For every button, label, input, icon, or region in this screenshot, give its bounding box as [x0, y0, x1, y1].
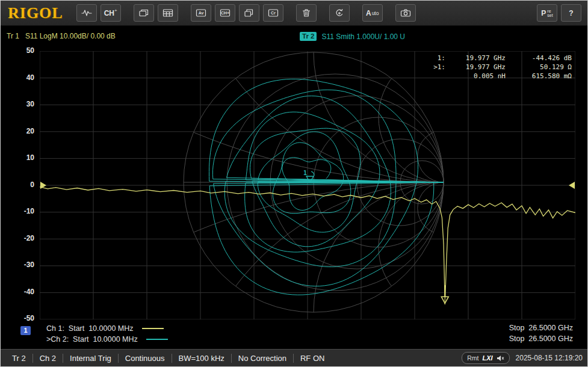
status-rf[interactable]: RF ON: [293, 354, 331, 363]
touch-button[interactable]: [329, 4, 350, 22]
marker-id: 1:: [429, 54, 445, 63]
datetime: 2025-08-15 12:19:20: [516, 354, 583, 362]
table-button[interactable]: [158, 4, 178, 22]
y-axis-tick: 10: [9, 153, 34, 162]
toolbar: RIGOL CH+ Av: [1, 1, 587, 26]
speaker-muted-icon[interactable]: [497, 355, 504, 362]
waveform-icon: [81, 8, 92, 17]
tr1-ref-marker-right[interactable]: [569, 182, 575, 189]
svg-text:1: 1: [303, 170, 307, 176]
remote-label: Rmt: [467, 354, 478, 362]
y-axis-tick: 20: [9, 127, 34, 135]
channel-2-info[interactable]: >Ch 2: Start 10.0000 MHz: [46, 335, 168, 344]
tr2-line-sample: [146, 339, 168, 340]
copy-icon: [244, 8, 255, 17]
help-label: ?: [569, 9, 573, 17]
status-active-trace[interactable]: Tr 2: [5, 354, 32, 363]
y-axis-tick: -50: [9, 314, 34, 322]
marker-row: >1: 19.977 GHz 50.129 Ω: [429, 63, 572, 72]
marker-row: 1: 19.977 GHz -44.426 dB: [429, 54, 572, 63]
status-bandwidth[interactable]: BW=100 kHz: [172, 354, 231, 363]
marker-row: 0.005 nH 615.580 mΩ: [429, 72, 572, 81]
svg-text:Av: Av: [198, 11, 203, 15]
plot-area[interactable]: 1: [40, 51, 575, 319]
trash-icon: [301, 8, 312, 17]
marker-freq: 19.977 GHz: [445, 54, 506, 63]
status-trigger[interactable]: Internal Trig: [63, 354, 118, 363]
ch-plus-sup: +: [114, 8, 117, 13]
y-axis-tick: -40: [9, 288, 34, 296]
trace-2-badge: Tr 2: [300, 32, 317, 41]
remote-lxi-indicator: Rmt LXI: [462, 352, 509, 364]
y-axis-tick: -30: [9, 261, 34, 269]
marker-value: 615.580 mΩ: [506, 72, 572, 81]
tr1-line-sample: [142, 328, 164, 329]
marker-readout: 1: 19.977 GHz -44.426 dB >1: 19.977 GHz …: [429, 54, 572, 81]
preset-button[interactable]: P reset: [537, 4, 557, 22]
channel-1-start-label: Ch 1: Start 10.0000 MHz: [46, 324, 134, 333]
channel-badge[interactable]: 1: [20, 326, 31, 335]
delete-button[interactable]: [296, 4, 317, 22]
status-items: Tr 2 Ch 2 Internal Trig Continuous BW=10…: [5, 350, 331, 366]
preset-label-p: P: [541, 9, 546, 17]
marker-id: [429, 72, 445, 81]
channel-1-info[interactable]: Ch 1: Start 10.0000 MHz: [46, 324, 164, 333]
rigol-logo: RIGOL: [8, 4, 63, 22]
status-bar: Tr 2 Ch 2 Internal Trig Continuous BW=10…: [1, 349, 587, 366]
y-axis-tick: 0: [9, 180, 34, 189]
y-axis-tick: 30: [9, 100, 34, 108]
vna-screen: RIGOL CH+ Av: [0, 0, 588, 367]
touch-gesture-icon: [334, 8, 345, 17]
marker-id: >1:: [429, 63, 445, 72]
preset-label-small: reset: [547, 9, 552, 17]
marker-value: 50.129 Ω: [506, 63, 572, 72]
window-cr-button[interactable]: Cr: [263, 4, 283, 22]
camera-icon: [400, 8, 411, 17]
marker-value: -44.426 dB: [506, 54, 572, 63]
auto-button[interactable]: Auto: [362, 4, 383, 22]
trace-button[interactable]: [76, 4, 97, 22]
window-ch-icon: CH+: [220, 8, 231, 17]
trace-2-desc: S11 Smith 1.000U/ 1.00 U: [321, 32, 405, 41]
status-right: Rmt LXI 2025-08-15 12:19:20: [462, 352, 583, 364]
status-active-channel[interactable]: Ch 2: [32, 354, 63, 363]
window-trace-button[interactable]: Av: [191, 4, 211, 22]
channel-2-stop-label[interactable]: Stop 26.5000 GHz: [509, 335, 573, 344]
marker-freq: 0.005 nH: [445, 72, 506, 81]
trace-2-info[interactable]: Tr 2 S11 Smith 1.000U/ 1.00 U: [300, 32, 405, 41]
y-axis-tick: 50: [9, 46, 34, 55]
channel-1-stop-label[interactable]: Stop 26.5000 GHz: [509, 324, 573, 333]
status-sweep-mode[interactable]: Continuous: [118, 354, 172, 363]
svg-text:Cr: Cr: [271, 11, 276, 15]
marker-1-tr1[interactable]: [441, 285, 448, 303]
y-axis-tick: -10: [9, 207, 34, 215]
layers-icon: [138, 8, 149, 17]
help-button[interactable]: ?: [561, 4, 581, 22]
auto-label-a: A: [366, 9, 371, 17]
lxi-label: LXI: [482, 354, 492, 362]
window-channel-button[interactable]: CH+: [215, 4, 235, 22]
table-icon: [162, 8, 173, 17]
trace-1-desc: S11 LogM 10.00dB/ 0.00 dB: [25, 32, 116, 40]
window-layout-button[interactable]: [134, 4, 154, 22]
screenshot-button[interactable]: [395, 4, 416, 22]
copy-window-button[interactable]: [239, 4, 259, 22]
trace-1-info[interactable]: Tr 1 S11 LogM 10.00dB/ 0.00 dB: [7, 32, 116, 40]
window-cr-icon: Cr: [268, 8, 279, 17]
add-channel-button[interactable]: CH+: [101, 4, 121, 22]
status-correction[interactable]: No Correction: [231, 354, 293, 363]
ch-plus-label: CH: [104, 9, 114, 17]
y-axis-tick: -20: [9, 234, 34, 242]
channel-2-start-label: >Ch 2: Start 10.0000 MHz: [46, 335, 138, 344]
y-axis-tick: 40: [9, 73, 34, 82]
marker-freq: 19.977 GHz: [445, 63, 506, 72]
auto-label-rest: uto: [372, 10, 379, 16]
window-av-icon: Av: [196, 8, 206, 17]
grid-lines: [40, 51, 575, 319]
svg-text:CH+: CH+: [221, 11, 229, 15]
trace-1-label: Tr 1: [7, 32, 19, 40]
